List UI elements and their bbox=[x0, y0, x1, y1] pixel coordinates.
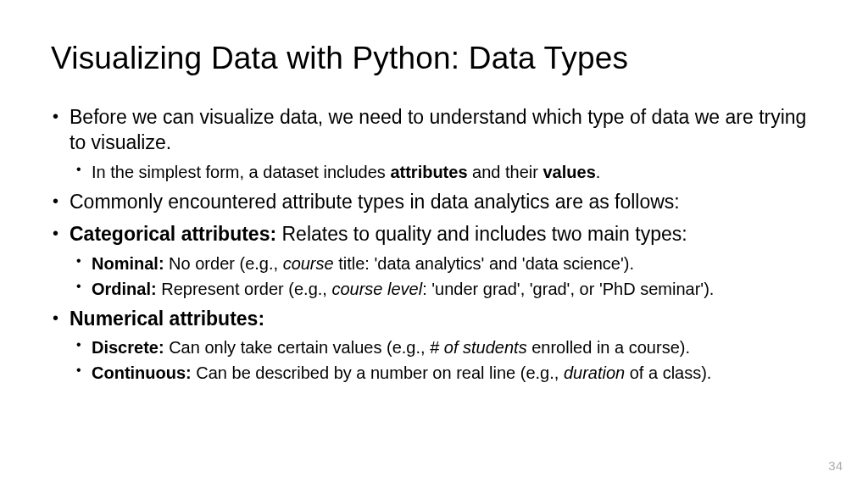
italic-text: # of students bbox=[430, 338, 527, 357]
text-fragment: : 'under grad', 'grad', or 'PhD seminar'… bbox=[422, 280, 714, 298]
text-fragment: No order (e.g., bbox=[164, 254, 283, 273]
text-fragment: Can only take certain values (e.g., bbox=[164, 338, 431, 357]
italic-text: duration bbox=[564, 363, 625, 382]
bold-text: Discrete: bbox=[92, 338, 164, 357]
bold-text: Nominal: bbox=[92, 254, 164, 273]
bullet-subitem: Discrete: Can only take certain values (… bbox=[70, 336, 817, 358]
page-number: 34 bbox=[828, 458, 843, 473]
bold-text: Numerical attributes: bbox=[70, 308, 264, 330]
text-fragment: Can be described by a number on real lin… bbox=[192, 363, 564, 382]
bold-text: values bbox=[542, 163, 595, 181]
text-fragment: . bbox=[596, 163, 601, 181]
text-fragment: and their bbox=[468, 163, 543, 181]
text-fragment: title: 'data analytics' and 'data scienc… bbox=[334, 254, 634, 273]
bullet-subitem: Continuous: Can be described by a number… bbox=[70, 362, 817, 384]
page-title: Visualizing Data with Python: Data Types bbox=[51, 41, 817, 76]
bullet-list-sub: In the simplest form, a dataset includes… bbox=[70, 161, 817, 183]
text-fragment: Represent order (e.g., bbox=[157, 280, 332, 298]
bullet-item: Numerical attributes: Discrete: Can only… bbox=[51, 307, 817, 385]
bold-text: Continuous: bbox=[92, 363, 192, 382]
bullet-subitem: In the simplest form, a dataset includes… bbox=[70, 161, 817, 183]
bullet-item: Categorical attributes: Relates to quali… bbox=[51, 222, 817, 300]
bullet-item: Commonly encountered attribute types in … bbox=[51, 190, 817, 215]
bullet-text: Commonly encountered attribute types in … bbox=[70, 191, 680, 213]
text-fragment: Relates to quality and includes two main… bbox=[276, 223, 687, 245]
bullet-list-sub: Discrete: Can only take certain values (… bbox=[70, 336, 817, 384]
bullet-subitem: Nominal: No order (e.g., course title: '… bbox=[70, 252, 817, 274]
bold-text: Ordinal: bbox=[92, 280, 157, 298]
italic-text: course level bbox=[331, 280, 422, 298]
bullet-subitem: Ordinal: Represent order (e.g., course l… bbox=[70, 278, 817, 300]
bullet-list-main: Before we can visualize data, we need to… bbox=[51, 105, 817, 384]
text-fragment: of a class). bbox=[625, 363, 711, 382]
bullet-item: Before we can visualize data, we need to… bbox=[51, 105, 817, 183]
text-fragment: In the simplest form, a dataset includes bbox=[92, 163, 390, 181]
italic-text: course bbox=[283, 254, 334, 273]
bullet-list-sub: Nominal: No order (e.g., course title: '… bbox=[70, 252, 817, 300]
text-fragment: enrolled in a course). bbox=[527, 338, 690, 357]
bold-text: Categorical attributes: bbox=[70, 223, 276, 245]
bold-text: attributes bbox=[390, 163, 467, 181]
bullet-text: Before we can visualize data, we need to… bbox=[70, 106, 806, 153]
